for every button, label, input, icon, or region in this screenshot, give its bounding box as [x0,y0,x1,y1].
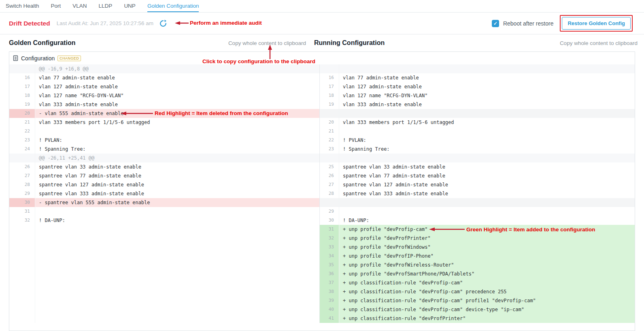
tab-switch-health[interactable]: Switch Health [6,0,39,12]
tab-lldp[interactable]: LLDP [99,0,113,12]
diff-panel-header: Configuration CHANGED [9,52,635,64]
line-number: 16 [320,73,339,82]
tab-unp[interactable]: UNP [124,0,136,12]
code-line [35,261,320,269]
line-number: 19 [9,100,35,109]
code-line [35,252,320,261]
restore-golden-config-button[interactable]: Restore Golden Config [562,17,631,30]
diff-row: 2221 [9,127,635,136]
line-number: 25 [320,162,339,171]
diff-row: 36+ unp profile "devProfSmartPhone/PDA/T… [9,269,635,278]
code-line: vlan 127 name "RCFG-DYN-VLAN" [339,91,635,100]
golden-config-title: Golden Configuration [9,39,75,47]
diff-row: 38+ unp classification-rule "devProfip-c… [9,287,635,296]
line-number: 31 [9,207,35,216]
line-number: 26 [9,162,35,171]
line-number: 21 [9,118,35,127]
code-line [35,127,320,136]
code-line: vlan 127 admin-state enable [35,82,320,91]
line-number: 28 [9,180,35,189]
diff-row: 40+ unp classification-rule "devProfip-c… [9,305,635,314]
diff-row: 21vlan 333 members port 1/1/5-6 untagged… [9,118,635,127]
copy-running-config-link[interactable]: Copy whole content to clipboard [560,40,638,46]
tab-port[interactable]: Port [51,0,61,12]
line-number [9,243,35,252]
line-number [9,234,35,243]
code-line [35,234,320,243]
code-line: + unp classification-rule "devProfPrinte… [339,314,635,323]
code-line [339,127,635,136]
diff-row: 23! PVLAN:22! PVLAN: [9,136,635,145]
changed-badge: CHANGED [57,56,81,61]
code-line [339,109,635,118]
diff-row: 3129 [9,207,635,216]
diff-panel: Configuration CHANGED @@ -16,9 +16,8 @@1… [9,51,635,331]
tab-golden-configuration[interactable]: Golden Configuration [147,0,199,12]
diff-row: 28spantree vlan 127 admin-state enable27… [9,180,635,189]
line-number: 36 [320,269,339,278]
line-number: 31 [320,225,339,234]
code-line: spantree vlan 127 admin-state enable [339,180,635,189]
annotation-added-text: Green Highlight = Item added to the conf… [466,226,595,233]
code-line: spantree vlan 77 admin-state enable [35,171,320,180]
annotation-highlight-box: Restore Golden Config [560,15,633,32]
diff-row: 37+ unp classification-rule "devProfip-c… [9,278,635,287]
line-number: 28 [320,189,339,198]
code-line [35,305,320,314]
code-line: vlan 77 admin-state enable [339,73,635,82]
diff-row: 20- vlan 555 admin-state enable [9,109,635,118]
code-line: ! Spanning Tree: [35,145,320,154]
diff-row: 29spantree vlan 333 admin-state enable28… [9,189,635,198]
code-line: + unp classification-rule "devProfip-cam… [339,287,635,296]
diff-row: 41+ unp classification-rule "devProfPrin… [9,314,635,323]
line-number [320,154,339,162]
code-line: + unp classification-rule "devProfip-cam… [339,278,635,287]
code-line: + unp profile "devProfWindows" [339,243,635,252]
diff-row: 17vlan 127 admin-state enable17vlan 127 … [9,82,635,91]
line-number: 27 [320,180,339,189]
code-line: - spantree vlan 555 admin-state enable [35,198,320,207]
running-config-title: Running Configuration [314,39,385,47]
code-line [339,154,635,162]
line-number [9,154,35,162]
diff-row: 30- spantree vlan 555 admin-state enable [9,198,635,207]
line-number [9,252,35,261]
line-number: 32 [9,216,35,225]
line-number: 41 [320,314,339,323]
code-line: + unp profile "devProfPrinter" [339,234,635,243]
run-audit-icon[interactable] [159,19,167,28]
diff-rows[interactable]: @@ -16,9 +16,8 @@16vlan 77 admin-state e… [9,64,635,323]
line-number: 21 [320,127,339,136]
code-line: vlan 333 members port 1/1/5-6 untagged [35,118,320,127]
line-number: 35 [320,261,339,269]
code-line [35,207,320,216]
code-line [35,225,320,234]
line-number: 22 [320,136,339,145]
tab-bar: Switch HealthPortVLANLLDPUNPGolden Confi… [0,0,644,13]
reboot-checkbox-label[interactable]: Reboot after restore [503,20,554,27]
code-line: spantree vlan 33 admin-state enable [35,162,320,171]
running-config-header: Running Configuration Copy whole content… [311,39,644,47]
annotation-audit-text: Perform an immediate audit [190,20,262,26]
line-number [9,269,35,278]
document-icon [13,55,18,61]
code-line: @@ -16,9 +16,8 @@ [35,64,320,73]
code-line: ! PVLAN: [339,136,635,145]
line-number: 30 [320,216,339,225]
tab-vlan[interactable]: VLAN [72,0,87,12]
code-line: spantree vlan 333 admin-state enable [35,189,320,198]
code-line [339,207,635,216]
code-line: vlan 77 admin-state enable [35,73,320,82]
reboot-checkbox[interactable] [492,20,499,27]
code-line: ! DA-UNP: [339,216,635,225]
column-headers: Golden Configuration Copy whole content … [0,34,644,51]
code-line [35,243,320,252]
annotation-arrow-copy [266,44,274,60]
code-line [35,287,320,296]
diff-row: @@ -16,9 +16,8 @@ [9,64,635,73]
code-line [339,64,635,73]
diff-row: @@ -26,11 +25,41 @@ [9,154,635,162]
diff-row: 16vlan 77 admin-state enable16vlan 77 ad… [9,73,635,82]
line-number: 32 [320,234,339,243]
line-number: 23 [320,145,339,154]
